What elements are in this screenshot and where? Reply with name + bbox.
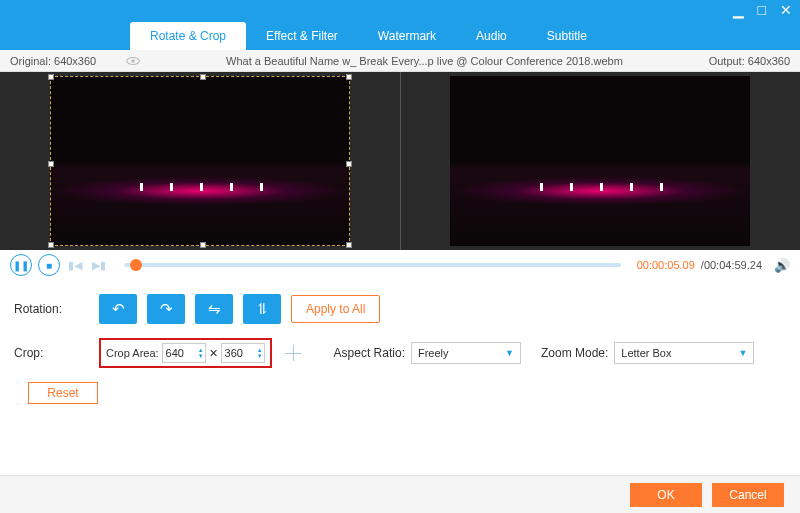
prev-frame-button[interactable]: ▮◀ (66, 259, 84, 272)
original-preview[interactable] (0, 72, 400, 250)
tab-subtitle[interactable]: Subtitle (527, 22, 607, 50)
time-total: /00:04:59.24 (701, 259, 762, 271)
flip-vertical-button[interactable]: ⥮ (243, 294, 281, 324)
reset-button[interactable]: Reset (28, 382, 98, 404)
seek-thumb[interactable] (130, 259, 142, 271)
svg-point-1 (131, 59, 135, 63)
time-current: 00:00:05.09 (637, 259, 695, 271)
rotate-left-button[interactable]: ↶ (99, 294, 137, 324)
crop-area-label: Crop Area: (106, 347, 159, 359)
next-frame-button[interactable]: ▶▮ (90, 259, 108, 272)
tab-watermark[interactable]: Watermark (358, 22, 456, 50)
tab-effect-filter[interactable]: Effect & Filter (246, 22, 358, 50)
titlebar: ▁ □ ✕ (0, 0, 800, 20)
eye-icon[interactable] (126, 56, 140, 66)
flip-horizontal-button[interactable]: ⇋ (195, 294, 233, 324)
original-label: Original: 640x360 (10, 55, 96, 67)
tabbar: Rotate & Crop Effect & Filter Watermark … (0, 20, 800, 50)
rotate-right-button[interactable]: ↷ (147, 294, 185, 324)
aspect-ratio-label: Aspect Ratio: (334, 346, 405, 360)
crop-x-sep: ✕ (209, 347, 218, 360)
seek-slider[interactable] (124, 263, 621, 267)
footer: OK Cancel (0, 475, 800, 513)
settings-panel: Rotation: ↶ ↷ ⇋ ⥮ Apply to All Crop: Cro… (0, 280, 800, 408)
zoom-mode-label: Zoom Mode: (541, 346, 608, 360)
crop-width-input[interactable]: 640▲▼ (162, 343, 206, 363)
filename-label: What a Beautiful Name w_ Break Every...p… (140, 55, 708, 67)
playback-controls: ❚❚ ■ ▮◀ ▶▮ 00:00:05.09 /00:04:59.24 🔊 (0, 250, 800, 280)
stop-button[interactable]: ■ (38, 254, 60, 276)
output-preview (401, 72, 801, 250)
volume-icon[interactable]: 🔊 (774, 258, 790, 273)
crop-height-input[interactable]: 360▲▼ (221, 343, 265, 363)
crop-area-group: Crop Area: 640▲▼ ✕ 360▲▼ (99, 338, 272, 368)
tab-audio[interactable]: Audio (456, 22, 527, 50)
rotation-label: Rotation: (14, 302, 99, 316)
infobar: Original: 640x360 What a Beautiful Name … (0, 50, 800, 72)
crop-label: Crop: (14, 346, 99, 360)
tab-rotate-crop[interactable]: Rotate & Crop (130, 22, 246, 50)
apply-all-button[interactable]: Apply to All (291, 295, 380, 323)
cancel-button[interactable]: Cancel (712, 483, 784, 507)
aspect-ratio-select[interactable]: Freely▼ (411, 342, 521, 364)
pause-button[interactable]: ❚❚ (10, 254, 32, 276)
minimize-button[interactable]: ▁ (733, 2, 744, 18)
close-button[interactable]: ✕ (780, 2, 792, 18)
center-crop-icon[interactable] (282, 342, 304, 364)
maximize-button[interactable]: □ (758, 2, 766, 18)
preview-area (0, 72, 800, 250)
output-label: Output: 640x360 (709, 55, 790, 67)
zoom-mode-select[interactable]: Letter Box▼ (614, 342, 754, 364)
ok-button[interactable]: OK (630, 483, 702, 507)
